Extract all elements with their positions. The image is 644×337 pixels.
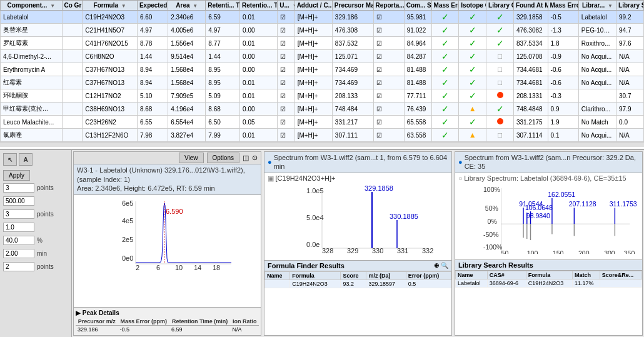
ff-val-score: 93.2 (341, 279, 366, 288)
cell-reporta: ☑ (373, 89, 404, 103)
cell-isotope: ▲ (459, 129, 486, 142)
cell-component: Labetalol (1, 11, 63, 24)
cell-library: ✓ (486, 37, 514, 50)
table-row[interactable]: 甲红霉素(克拉... C38H69NO13 8.68 4.196e4 8.68 … (1, 103, 644, 116)
spec2-ymid: 5.0e4 (306, 214, 324, 221)
chart1-body: 6e5 4e5 2e5 0e0 2 6 10 14 18 Time, min (74, 195, 261, 307)
ff-icon-1[interactable]: ⊕ (434, 262, 439, 269)
chromatogram-line (136, 203, 231, 263)
cell-masserror: ✓ (431, 63, 459, 76)
cell-component: 甲红霉素(克拉... (1, 103, 63, 116)
table-row[interactable]: Erythromycin A C37H67NO13 8.94 1.568e4 8… (1, 63, 644, 76)
ls-val-match: 11.17% (572, 279, 600, 288)
param-label-6: min (37, 250, 47, 257)
peak-val-precursor: 329.186 (76, 326, 118, 334)
cell-rettime: 1.44 (206, 50, 240, 63)
table-row[interactable]: 奥替米星 C21H41N5O7 4.97 4.005e6 4.97 0.00 ☑… (1, 24, 644, 37)
table-row[interactable]: 4,6-Dimethyl-2-... C6H8N2O 1.44 9.514e4 … (1, 50, 644, 63)
param-input-5[interactable] (3, 236, 34, 245)
param-input-3[interactable] (3, 209, 34, 219)
cell-adduct: [M+H]+ (294, 24, 332, 37)
param-input-7[interactable] (3, 262, 34, 271)
view-button[interactable]: View (179, 153, 204, 163)
table-scrollbar[interactable] (0, 142, 644, 147)
ls-val-formula: C19H24N2O3 (526, 279, 572, 288)
col-header-area[interactable]: Area ▼ (168, 1, 206, 11)
cell-expectedrt: 8.94 (137, 76, 168, 89)
cell-adduct: [M+H]+ (294, 37, 332, 50)
col-header-adduct[interactable]: Adduct / C... ▼ (294, 1, 332, 11)
text-icon-btn[interactable]: A (19, 153, 33, 166)
param-row-6: min (3, 249, 68, 258)
options-button[interactable]: Options (207, 153, 239, 163)
cell-libraname: No Match (578, 116, 616, 129)
ff-val-name (265, 279, 290, 288)
table-row[interactable]: 氯康唑 C13H12F2N6O 7.98 3.827e4 7.99 0.01 ☑… (1, 129, 644, 142)
cell-formula: C6H8N2O (83, 50, 138, 63)
ff-icon-2[interactable]: 🔍 (441, 262, 448, 269)
param-input-1[interactable] (3, 183, 34, 193)
col-header-cogr[interactable]: Co Gr ▼ (62, 1, 83, 11)
col-header-expectedrt[interactable]: Expected RT ▼ (137, 1, 168, 11)
col-header-foundat[interactable]: Found At Mass ▼ (513, 1, 548, 11)
toolbar-icon-2[interactable]: ⊙ (252, 154, 258, 162)
col-header-u[interactable]: U... ▼ (278, 1, 294, 11)
col-header-library[interactable]: Library Confi... ▼ (486, 1, 514, 11)
cell-cogr (62, 76, 83, 89)
table-row[interactable]: Labetalol C19H24N2O3 6.60 2.340e6 6.59 0… (1, 11, 644, 24)
cell-area: 7.909e5 (168, 89, 206, 103)
col-header-librar2[interactable]: Librar... ▼ (578, 1, 616, 11)
cell-foundat: 837.5334 (513, 37, 548, 50)
table-row[interactable]: Leuco Malachite... C23H26N2 6.55 6.554e4… (1, 116, 644, 129)
cell-expectedrt: 1.44 (137, 50, 168, 63)
cell-adduct: [M+H]+ (294, 103, 332, 116)
table-row[interactable]: 罗红霉素 C41H76N2O15 8.78 1.556e4 8.77 0.01 … (1, 37, 644, 50)
cell-libraname: No Acqui... (578, 63, 616, 76)
cell-libraname: Clarithro... (578, 103, 616, 116)
cell-masserror: ✓ (431, 24, 459, 37)
col-header-masserror2[interactable]: Mass Error (... ▼ (548, 1, 578, 11)
cell-rettime: 6.59 (206, 11, 240, 24)
lib-x300: 300 (604, 249, 615, 253)
apply-button[interactable]: Apply (3, 170, 30, 181)
col-header-formula[interactable]: Formula ▼ (83, 1, 138, 11)
cell-masserror: ✓ (431, 103, 459, 116)
cell-comscore: 81.488 (404, 63, 431, 76)
cell-rettime: 6.50 (206, 116, 240, 129)
sec-peak-label: 330.1885 (390, 213, 418, 220)
col-header-reporta[interactable]: Reporta... ▼ (373, 1, 404, 11)
cursor-icon-btn[interactable]: ↖ (3, 153, 17, 166)
cell-u: ☑ (278, 11, 294, 24)
toolbar-icon-1[interactable]: ◫ (243, 154, 249, 162)
compound-table: Component... ▼ Co Gr ▼ Formula ▼ Expecte… (0, 0, 644, 142)
param-input-2[interactable] (3, 196, 34, 206)
chart3-circle-icon: ○ (458, 174, 463, 182)
xaxis-label-14: 14 (194, 264, 201, 271)
cell-libscore: 0.0 (616, 116, 644, 129)
table-row[interactable]: 环吡酮胺 C12H17NO2 5.10 7.909e5 5.09 0.01 ☑ … (1, 89, 644, 103)
chart2-title-text: Spectrum from W3-1.wiff2 (sam...t 1, fro… (274, 153, 448, 171)
col-header-precursor[interactable]: Precursor Mass ▼ (332, 1, 373, 11)
col-header-rettimed[interactable]: Retentio... Time D... ▼ (240, 1, 278, 11)
cell-component: 罗红霉素 (1, 37, 63, 50)
param-input-4[interactable] (3, 223, 34, 232)
peak-val-rettime: 6.59 (169, 326, 231, 334)
col-header-rettime[interactable]: Retenti... Time ▼ (206, 1, 240, 11)
param-input-6[interactable] (3, 249, 34, 258)
cell-foundat: 734.4681 (513, 63, 548, 76)
cell-rettime: 7.99 (206, 129, 240, 142)
cell-formula: C21H41N5O7 (83, 24, 138, 37)
library-spectrum-svg: 100% 50% 0% -50% -100% 50 100 150 200 30… (477, 185, 639, 254)
col-header-component[interactable]: Component... ▼ (1, 1, 63, 11)
cell-isotope: ✓ (459, 24, 486, 37)
cell-masserror: ✓ (431, 11, 459, 24)
col-header-masserror[interactable]: Mass Error... ▼ (431, 1, 459, 11)
col-header-isotope[interactable]: Isotope Confi... ▼ (459, 1, 486, 11)
col-header-libscore[interactable]: Library Score ▼ (616, 1, 644, 11)
cell-component: Leuco Malachite... (1, 116, 63, 129)
library-search-title-text: Library Search Results (458, 261, 533, 269)
col-header-comscore[interactable]: Com... Score ▼ (404, 1, 431, 11)
table-row[interactable]: 红霉素 C37H67NO13 8.94 1.568e4 8.95 0.01 ☑ … (1, 76, 644, 89)
cell-comscore: 76.439 (404, 103, 431, 116)
lib-label-106: 106.0648 (525, 204, 553, 211)
